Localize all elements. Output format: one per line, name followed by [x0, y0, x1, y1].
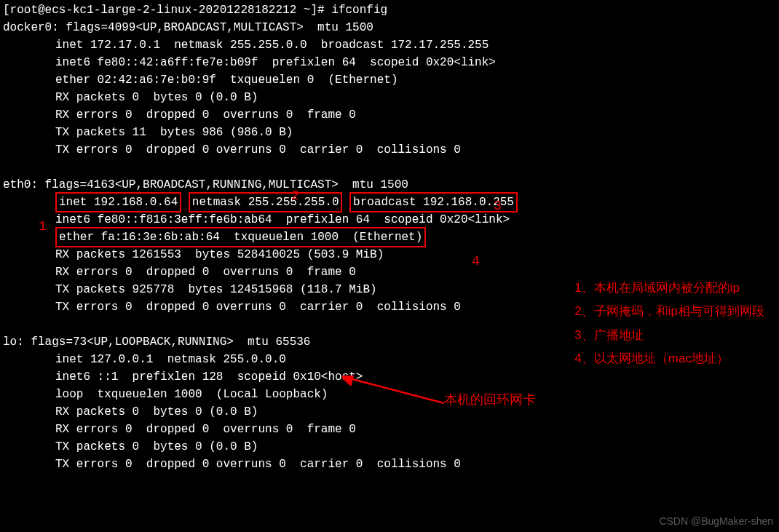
eth0-netmask-box: netmask 255.255.255.0 — [189, 192, 343, 213]
annotation-3: 3、广播地址 — [574, 324, 764, 347]
annotation-2: 2、子网掩码，和ip相与可得到网段 — [574, 300, 764, 323]
annotation-1: 1、本机在局域网内被分配的ip — [574, 277, 764, 300]
docker0-header: docker0: flags=4099<UP,BROADCAST,MULTICA… — [3, 19, 776, 36]
lo-tx-packets: TX packets 0 bytes 0 (0.0 B) — [3, 438, 776, 456]
annotation-4: 4、以太网地址（mac地址） — [574, 347, 764, 370]
terminal-output: [root@ecs-kc1-large-2-linux-202012281822… — [3, 1, 776, 473]
docker0-rx-packets: RX packets 0 bytes 0 (0.0 B) — [3, 89, 776, 106]
docker0-ether: ether 02:42:a6:7e:b0:9f txqueuelen 0 (Et… — [3, 71, 776, 89]
eth0-header: eth0: flags=4163<UP,BROADCAST,RUNNING,MU… — [3, 176, 776, 194]
annotation-num-1: 1 — [39, 217, 47, 237]
docker0-inet: inet 172.17.0.1 netmask 255.255.0.0 broa… — [3, 36, 776, 54]
docker0-inet6: inet6 fe80::42:a6ff:fe7e:b09f prefixlen … — [3, 54, 776, 71]
annotation-num-3: 3 — [494, 196, 502, 216]
watermark: CSDN @BugMaker-shen — [659, 514, 773, 529]
eth0-inet6: inet6 fe80::f816:3eff:fe6b:ab64 prefixle… — [3, 211, 776, 229]
eth0-broadcast-box: broadcast 192.168.0.255 — [349, 192, 518, 213]
lo-inet6: inet6 ::1 prefixlen 128 scopeid 0x10<hos… — [3, 368, 776, 386]
prompt-line: [root@ecs-kc1-large-2-linux-202012281822… — [3, 1, 776, 19]
annotation-num-2: 2 — [291, 186, 299, 206]
eth0-rx-packets: RX packets 1261553 bytes 528410025 (503.… — [3, 246, 776, 263]
eth0-inet-line: inet 192.168.0.64 netmask 255.255.255.0 … — [3, 194, 776, 211]
lo-tx-errors: TX errors 0 dropped 0 overruns 0 carrier… — [3, 456, 776, 473]
loopback-label: 本机的回环网卡 — [444, 390, 536, 410]
lo-rx-errors: RX errors 0 dropped 0 overruns 0 frame 0 — [3, 421, 776, 438]
annotation-list: 1、本机在局域网内被分配的ip 2、子网掩码，和ip相与可得到网段 3、广播地址… — [574, 277, 764, 370]
docker0-tx-packets: TX packets 11 bytes 986 (986.0 B) — [3, 124, 776, 141]
annotation-num-4: 4 — [472, 252, 480, 271]
eth0-inet-box: inet 192.168.0.64 — [55, 192, 181, 213]
docker0-rx-errors: RX errors 0 dropped 0 overruns 0 frame 0 — [3, 106, 776, 124]
eth0-ether-box: ether fa:16:3e:6b:ab:64 txqueuelen 1000 … — [55, 227, 426, 247]
eth0-ether-line: ether fa:16:3e:6b:ab:64 txqueuelen 1000 … — [3, 229, 776, 246]
docker0-tx-errors: TX errors 0 dropped 0 overruns 0 carrier… — [3, 141, 776, 159]
lo-loop: loop txqueuelen 1000 (Local Loopback) — [3, 386, 776, 403]
lo-rx-packets: RX packets 0 bytes 0 (0.0 B) — [3, 403, 776, 421]
